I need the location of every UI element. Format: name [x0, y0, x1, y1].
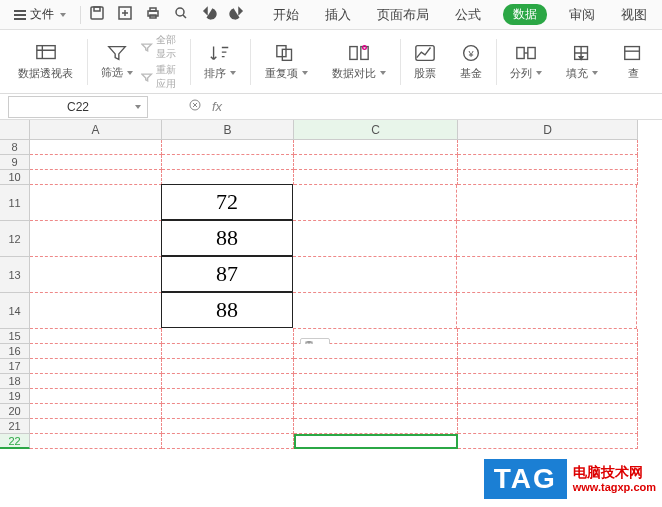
- row-header-19[interactable]: 19: [0, 389, 30, 404]
- redo-icon[interactable]: [229, 5, 245, 25]
- cell-D16[interactable]: [458, 344, 638, 359]
- cell-D20[interactable]: [458, 404, 638, 419]
- cell-B11[interactable]: 72: [161, 184, 293, 220]
- cell-C14[interactable]: [293, 293, 457, 329]
- select-all-corner[interactable]: [0, 120, 30, 140]
- cell-B17[interactable]: [162, 359, 294, 374]
- split-button[interactable]: 分列: [500, 34, 552, 90]
- cell-A12[interactable]: [30, 221, 162, 257]
- cell-B20[interactable]: [162, 404, 294, 419]
- cell-A8[interactable]: [30, 140, 162, 155]
- tab-data[interactable]: 数据: [503, 4, 547, 25]
- row-header-21[interactable]: 21: [0, 419, 30, 434]
- cell-C8[interactable]: [294, 140, 458, 155]
- cell-D10[interactable]: [458, 170, 638, 185]
- cell-B18[interactable]: [162, 374, 294, 389]
- cell-B8[interactable]: [162, 140, 294, 155]
- cell-C13[interactable]: [293, 257, 457, 293]
- cell-A22[interactable]: [30, 434, 162, 449]
- cell-D13[interactable]: [457, 257, 637, 293]
- cell-D8[interactable]: [458, 140, 638, 155]
- dedupe-button[interactable]: 重复项: [255, 34, 318, 90]
- cell-A15[interactable]: [30, 329, 162, 344]
- find-button[interactable]: 查: [612, 34, 654, 90]
- cell-D14[interactable]: [457, 293, 637, 329]
- reapply-button[interactable]: 重新应用: [141, 63, 176, 91]
- preview-icon[interactable]: [173, 5, 189, 25]
- cell-A17[interactable]: [30, 359, 162, 374]
- tab-insert[interactable]: 插入: [321, 4, 355, 26]
- row-header-17[interactable]: 17: [0, 359, 30, 374]
- fx-label[interactable]: fx: [212, 99, 222, 114]
- row-header-10[interactable]: 10: [0, 170, 30, 185]
- cell-A18[interactable]: [30, 374, 162, 389]
- tab-review[interactable]: 审阅: [565, 4, 599, 26]
- col-header-A[interactable]: A: [30, 120, 162, 140]
- name-box[interactable]: C22: [8, 96, 148, 118]
- cell-D15[interactable]: [458, 329, 638, 344]
- tab-view[interactable]: 视图: [617, 4, 651, 26]
- cell-C20[interactable]: [294, 404, 458, 419]
- row-header-15[interactable]: 15: [0, 329, 30, 344]
- cell-C17[interactable]: [294, 359, 458, 374]
- spreadsheet-grid[interactable]: ABCD 8910111213141516171819202122 728887…: [0, 120, 662, 500]
- cell-B16[interactable]: [162, 344, 294, 359]
- cell-C19[interactable]: [294, 389, 458, 404]
- cell-A20[interactable]: [30, 404, 162, 419]
- col-header-C[interactable]: C: [294, 120, 458, 140]
- cell-D9[interactable]: [458, 155, 638, 170]
- tab-formula[interactable]: 公式: [451, 4, 485, 26]
- stock-button[interactable]: 股票: [404, 34, 446, 90]
- row-header-22[interactable]: 22: [0, 434, 30, 449]
- cell-C9[interactable]: [294, 155, 458, 170]
- fund-button[interactable]: ¥ 基金: [450, 34, 492, 90]
- cell-D12[interactable]: [457, 221, 637, 257]
- cell-B15[interactable]: [162, 329, 294, 344]
- undo-icon[interactable]: [201, 5, 217, 25]
- row-header-8[interactable]: 8: [0, 140, 30, 155]
- tab-layout[interactable]: 页面布局: [373, 4, 433, 26]
- cell-B21[interactable]: [162, 419, 294, 434]
- cell-C22[interactable]: [294, 434, 458, 449]
- cell-A16[interactable]: [30, 344, 162, 359]
- save-icon[interactable]: [89, 5, 105, 25]
- cell-C10[interactable]: [294, 170, 458, 185]
- cell-D17[interactable]: [458, 359, 638, 374]
- cell-A10[interactable]: [30, 170, 162, 185]
- cell-B13[interactable]: 87: [161, 256, 293, 292]
- row-header-14[interactable]: 14: [0, 293, 30, 329]
- row-header-11[interactable]: 11: [0, 185, 30, 221]
- cell-B12[interactable]: 88: [161, 220, 293, 256]
- row-header-18[interactable]: 18: [0, 374, 30, 389]
- cell-D19[interactable]: [458, 389, 638, 404]
- cell-A14[interactable]: [30, 293, 162, 329]
- export-icon[interactable]: [117, 5, 133, 25]
- cell-C12[interactable]: [293, 221, 457, 257]
- cell-D21[interactable]: [458, 419, 638, 434]
- file-menu[interactable]: 文件: [8, 4, 72, 25]
- cell-B22[interactable]: [162, 434, 294, 449]
- sort-button[interactable]: 排序: [194, 34, 246, 90]
- print-icon[interactable]: [145, 5, 161, 25]
- cell-D18[interactable]: [458, 374, 638, 389]
- cell-C11[interactable]: [293, 185, 457, 221]
- cell-C18[interactable]: [294, 374, 458, 389]
- fill-button[interactable]: 填充: [556, 34, 608, 90]
- filter-button[interactable]: 筛选: [101, 43, 133, 80]
- row-header-9[interactable]: 9: [0, 155, 30, 170]
- pivot-button[interactable]: 数据透视表: [8, 34, 83, 90]
- show-all-button[interactable]: 全部显示: [141, 33, 176, 61]
- row-header-20[interactable]: 20: [0, 404, 30, 419]
- cancel-icon[interactable]: [188, 98, 202, 115]
- cell-B10[interactable]: [162, 170, 294, 185]
- cell-A21[interactable]: [30, 419, 162, 434]
- cell-D11[interactable]: [457, 185, 637, 221]
- row-header-12[interactable]: 12: [0, 221, 30, 257]
- cell-A11[interactable]: [30, 185, 162, 221]
- cell-C21[interactable]: [294, 419, 458, 434]
- compare-button[interactable]: 数据对比: [322, 34, 396, 90]
- col-header-D[interactable]: D: [458, 120, 638, 140]
- cell-B14[interactable]: 88: [161, 292, 293, 328]
- cell-A13[interactable]: [30, 257, 162, 293]
- row-header-16[interactable]: 16: [0, 344, 30, 359]
